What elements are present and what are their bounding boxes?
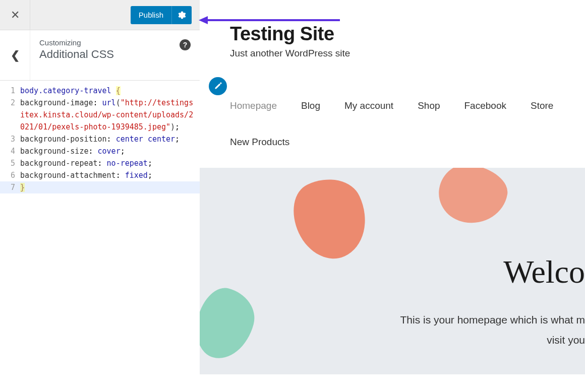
header-actions: Publish — [30, 6, 200, 24]
customizer-header: ✕ Publish — [0, 0, 200, 30]
publish-settings-button[interactable] — [171, 6, 192, 24]
site-header: Testing Site Just another WordPress site — [200, 0, 585, 30]
site-title[interactable]: Testing Site — [230, 23, 555, 30]
close-customizer-button[interactable]: ✕ — [0, 0, 30, 30]
close-icon: ✕ — [11, 9, 20, 22]
site-preview: Testing Site Just another WordPress site… — [200, 0, 585, 30]
publish-button-group: Publish — [131, 6, 192, 24]
publish-button[interactable]: Publish — [131, 6, 171, 24]
gear-icon — [178, 11, 186, 19]
